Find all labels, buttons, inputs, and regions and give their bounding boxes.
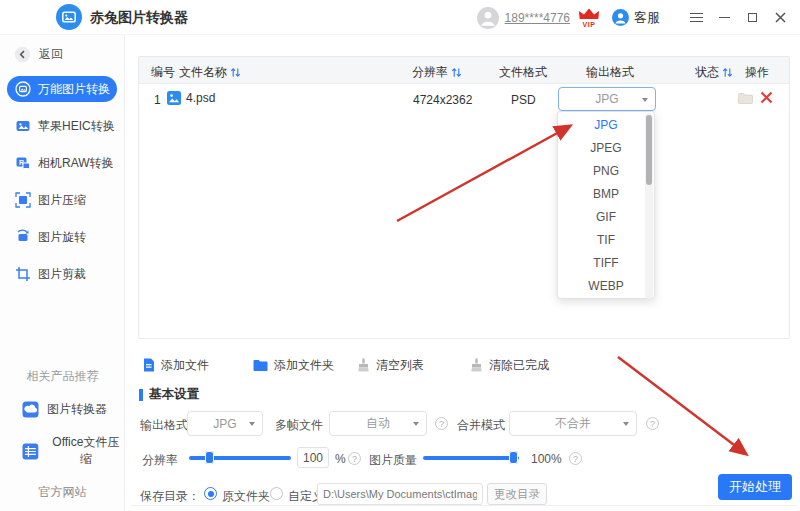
resolution-slider-thumb[interactable] bbox=[205, 451, 214, 464]
help-icon[interactable] bbox=[435, 417, 448, 430]
chevron-down-icon bbox=[623, 422, 629, 426]
cell-no: 1 bbox=[154, 93, 161, 107]
dropdown-option-png[interactable]: PNG bbox=[558, 160, 654, 183]
dropdown-option-bmp[interactable]: BMP bbox=[558, 183, 654, 206]
sidebar-item-heic-convert[interactable]: 苹果HEIC转换 bbox=[7, 113, 117, 139]
radio-custom-folder[interactable] bbox=[270, 487, 283, 500]
merge-mode-select[interactable]: 不合并 bbox=[509, 411, 637, 436]
start-process-button[interactable]: 开始处理 bbox=[718, 474, 792, 500]
delete-icon[interactable] bbox=[760, 91, 773, 104]
output-format-label: 输出格式 bbox=[140, 417, 188, 434]
col-header-status[interactable]: 状态 bbox=[695, 64, 733, 81]
open-folder-icon[interactable] bbox=[738, 92, 753, 104]
quality-slider-thumb[interactable] bbox=[509, 451, 518, 464]
rotate-icon bbox=[15, 229, 31, 245]
output-format-dropdown: JPG JPEG PNG BMP GIF TIF TIFF WEBP bbox=[557, 111, 655, 299]
dropdown-option-webp[interactable]: WEBP bbox=[558, 275, 654, 298]
chevron-down-icon bbox=[413, 422, 419, 426]
sidebar-item-rotate[interactable]: 图片旋转 bbox=[7, 224, 117, 250]
recommend-title: 相关产品推荐 bbox=[0, 368, 125, 385]
chevron-down-icon bbox=[249, 422, 255, 426]
official-site-link[interactable]: 官方网站 bbox=[0, 484, 125, 501]
dropdown-option-tif[interactable]: TIF bbox=[558, 229, 654, 252]
dropdown-option-jpg[interactable]: JPG bbox=[558, 114, 654, 137]
avatar-icon[interactable] bbox=[477, 7, 499, 29]
multiframe-select[interactable]: 自动 bbox=[329, 411, 427, 436]
universal-convert-icon bbox=[15, 81, 31, 97]
sidebar-item-label: 图片压缩 bbox=[38, 192, 86, 209]
table-row: 1 4.psd 4724x2362 PSD JPG bbox=[139, 84, 789, 115]
quality-value: 100% bbox=[531, 452, 562, 466]
resolution-label: 分辨率 bbox=[142, 452, 178, 469]
minimize-button[interactable] bbox=[710, 0, 738, 35]
recommend-item-image-converter[interactable]: 图片转换器 bbox=[22, 401, 125, 418]
dropdown-option-jpeg[interactable]: JPEG bbox=[558, 137, 654, 160]
recommend-item-office-compress[interactable]: Office文件压缩 bbox=[22, 434, 125, 468]
recommend-item-label: Office文件压缩 bbox=[47, 434, 125, 468]
help-icon[interactable] bbox=[569, 452, 582, 465]
change-dir-button[interactable]: 更改目录 bbox=[487, 483, 547, 505]
image-file-icon bbox=[167, 91, 181, 105]
radio-original-folder-label[interactable]: 原文件夹 bbox=[222, 488, 270, 505]
bottom-divider bbox=[130, 505, 798, 506]
sort-icon[interactable] bbox=[451, 67, 462, 78]
dropdown-scrollbar-thumb[interactable] bbox=[646, 115, 652, 185]
sidebar-item-raw-convert[interactable]: R 相机RAW转换 bbox=[7, 150, 117, 176]
sort-icon[interactable] bbox=[230, 67, 241, 78]
add-file-icon bbox=[142, 358, 155, 372]
col-header-resolution[interactable]: 分辨率 bbox=[412, 64, 462, 81]
menu-icon[interactable] bbox=[682, 0, 710, 35]
cell-format: PSD bbox=[511, 93, 536, 107]
sort-icon[interactable] bbox=[722, 67, 733, 78]
sidebar-item-label: 万能图片转换 bbox=[38, 81, 110, 98]
clear-finished-button[interactable]: 清除已完成 bbox=[470, 357, 549, 373]
customer-service-icon bbox=[612, 9, 629, 26]
image-converter-icon bbox=[22, 401, 39, 418]
save-path-input[interactable] bbox=[317, 483, 483, 505]
col-header-no: 编号 bbox=[151, 64, 175, 81]
help-icon[interactable] bbox=[348, 452, 361, 465]
sidebar-item-label: 相机RAW转换 bbox=[38, 155, 114, 172]
vip-icon[interactable]: VIP bbox=[578, 8, 600, 28]
col-header-name[interactable]: 文件名称 bbox=[179, 64, 241, 81]
back-label: 返回 bbox=[39, 46, 63, 63]
maximize-button[interactable] bbox=[738, 0, 766, 35]
clear-list-button[interactable]: 清空列表 bbox=[357, 357, 424, 373]
dropdown-option-gif[interactable]: GIF bbox=[558, 206, 654, 229]
account-link[interactable]: 189****4776 bbox=[505, 11, 570, 25]
office-compress-icon bbox=[22, 443, 39, 460]
sidebar-item-crop[interactable]: 图片剪裁 bbox=[7, 261, 117, 287]
crop-icon bbox=[15, 266, 31, 282]
recommend-item-label: 图片转换器 bbox=[47, 401, 107, 418]
titlebar: 赤兔图片转换器 189****4776 VIP 客服 bbox=[0, 0, 800, 35]
back-button[interactable]: 返回 bbox=[14, 46, 124, 63]
resolution-slider[interactable] bbox=[189, 456, 291, 460]
sidebar-item-universal-convert[interactable]: 万能图片转换 bbox=[7, 76, 117, 102]
section-accent-bar bbox=[139, 389, 143, 401]
customer-service-button[interactable]: 客服 bbox=[612, 9, 660, 27]
sidebar-item-label: 图片剪裁 bbox=[38, 266, 86, 283]
sidebar: 返回 万能图片转换 苹果HEIC转换 R 相机RAW转换 bbox=[0, 35, 125, 511]
resolution-input[interactable] bbox=[297, 447, 329, 468]
add-folder-button[interactable]: 添加文件夹 bbox=[253, 357, 334, 373]
table-header: 编号 文件名称 分辨率 文件格式 输出格式 状态 操作 bbox=[139, 57, 789, 84]
back-arrow-icon bbox=[14, 46, 31, 63]
output-format-setting-select[interactable]: JPG bbox=[187, 411, 263, 436]
sidebar-item-label: 苹果HEIC转换 bbox=[38, 118, 115, 135]
dropdown-option-tiff[interactable]: TIFF bbox=[558, 252, 654, 275]
save-dir-label: 保存目录： bbox=[140, 488, 200, 505]
output-format-select[interactable]: JPG bbox=[558, 87, 656, 111]
cell-resolution: 4724x2362 bbox=[413, 93, 472, 107]
radio-original-folder[interactable] bbox=[204, 487, 217, 500]
quality-slider[interactable] bbox=[423, 456, 519, 460]
dropdown-scrollbar[interactable] bbox=[645, 113, 653, 299]
col-header-output: 输出格式 bbox=[586, 64, 634, 81]
add-file-button[interactable]: 添加文件 bbox=[142, 357, 209, 373]
merge-mode-label: 合并模式 bbox=[457, 417, 505, 434]
compress-icon bbox=[15, 192, 31, 208]
app-logo-icon bbox=[56, 4, 82, 30]
help-icon[interactable] bbox=[646, 417, 659, 430]
clear-list-icon bbox=[357, 358, 370, 372]
close-button[interactable] bbox=[766, 0, 794, 35]
sidebar-item-compress[interactable]: 图片压缩 bbox=[7, 187, 117, 213]
